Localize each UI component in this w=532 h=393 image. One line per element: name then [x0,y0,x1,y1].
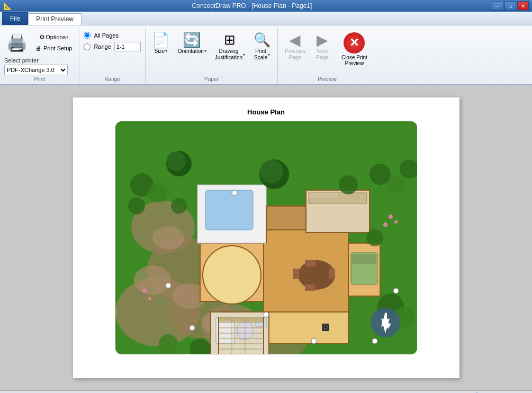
ribbon: 🖨️ ⚙ Options ▾ 🖨 Print Setup [0,25,532,85]
maximize-button[interactable]: □ [504,1,516,11]
previous-page-label: PreviousPage [285,48,305,61]
svg-point-73 [311,338,317,344]
ribbon-group-print: 🖨️ ⚙ Options ▾ 🖨 Print Setup [0,28,79,84]
svg-point-8 [134,265,171,295]
svg-point-74 [372,338,377,344]
svg-rect-17 [205,190,253,230]
svg-point-82 [324,326,327,328]
page-title: House Plan [247,108,285,116]
range-radio[interactable] [84,43,91,50]
svg-rect-26 [329,269,335,279]
print-icon-area: 🖨️ ⚙ Options ▾ 🖨 Print Setup [4,30,75,55]
orientation-button[interactable]: 🔄 Orientation ▾ [175,30,209,56]
paper-group-content: 📄 Size ▾ 🔄 Orientation ▾ ⊞ DrawingJustif… [150,30,273,75]
close-button[interactable]: ✕ [517,1,529,11]
print-setup-icon: 🖨 [35,45,41,51]
orientation-label-row: Orientation ▾ [178,48,206,54]
print-scale-dropdown-arrow: ▾ [268,52,270,57]
print-setup-label: Print Setup [43,45,72,51]
all-pages-label: All Pages [94,32,118,39]
close-print-preview-label: Close PrintPreview [341,55,367,66]
close-print-preview-button[interactable]: ✕ Close PrintPreview [337,30,372,69]
print-setup-button[interactable]: 🖨 Print Setup [33,43,75,53]
status-bar: Mouse: [ 0.39, -6.9e-002 ] ✋ ⊡ ⊞ − + 64% [0,390,532,393]
range-group-label: Range [84,76,140,82]
main-area: House Plan [0,85,532,390]
close-print-preview-icon: ✕ [344,32,365,53]
options-dropdown-arrow: ▾ [66,35,68,40]
orientation-label: Orientation [178,48,204,54]
svg-point-68 [167,151,186,171]
svg-rect-33 [309,193,338,198]
svg-rect-25 [293,269,299,279]
print-group-label: Print [4,76,75,82]
size-label: Size [155,48,165,54]
previous-page-icon: ◀ [286,31,303,48]
tab-file[interactable]: File [2,12,28,25]
paper-group-label: Paper [150,76,273,82]
svg-point-72 [190,325,195,331]
svg-point-75 [393,288,399,293]
svg-point-7 [152,226,184,249]
svg-point-55 [339,175,358,194]
print-large-icon[interactable]: 🖨️ [4,30,30,55]
drawing-justification-icon: ⊞ [221,31,238,48]
options-button[interactable]: ⚙ Options ▾ [38,32,70,42]
north-arrow [371,308,400,337]
title-bar-text: ConceptDraw PRO - [House Plan - Page1] [12,2,492,10]
page-preview: House Plan [73,97,459,378]
orientation-icon: 🔄 [184,31,201,48]
title-bar-controls: ─ □ ✕ [492,1,529,11]
range-input[interactable] [114,42,141,51]
drawing-justification-button[interactable]: ⊞ DrawingJustification ▾ [212,30,248,62]
print-scale-label: PrintScale [254,48,267,61]
svg-point-69 [232,190,237,195]
size-button[interactable]: 📄 Size ▾ [150,30,172,56]
svg-point-48 [148,183,167,202]
svg-point-60 [389,215,393,219]
print-section: 🖨️ ⚙ Options ▾ 🖨 Print Setup [4,30,75,75]
drawing-justification-label-row: DrawingJustification ▾ [215,48,245,61]
svg-point-51 [387,176,404,193]
svg-rect-20 [266,206,306,230]
drawing-justification-label: DrawingJustification [215,48,242,61]
svg-point-61 [394,220,398,224]
svg-point-58 [366,229,383,246]
range-section: All Pages Range [84,30,140,51]
ribbon-group-preview: ◀ PreviousPage ▶ NextPage ✕ Close PrintP… [278,28,376,84]
svg-point-59 [171,198,187,214]
options-wrap: ⚙ Options ▾ [33,32,75,42]
preview-group-label: Preview [282,76,372,82]
svg-rect-14 [269,312,348,344]
print-small-btns: ⚙ Options ▾ 🖨 Print Setup [33,32,75,53]
orientation-dropdown-arrow: ▾ [204,49,206,53]
all-pages-radio[interactable] [84,32,91,39]
all-pages-row: All Pages [84,32,140,39]
previous-page-button[interactable]: ◀ PreviousPage [282,30,308,62]
diagram-area [115,121,417,354]
next-page-icon: ▶ [314,31,331,48]
printer-selector-row: PDF-XChange 3.0 [4,65,68,75]
options-icon: ⚙ [39,33,45,41]
range-label: Range [94,43,111,50]
ribbon-group-range: All Pages Range Range [79,28,145,84]
ribbon-group-paper: 📄 Size ▾ 🔄 Orientation ▾ ⊞ DrawingJustif… [146,28,278,84]
print-group-content: 🖨️ ⚙ Options ▾ 🖨 Print Setup [4,30,75,75]
svg-point-62 [383,222,387,227]
preview-group-content: ◀ PreviousPage ▶ NextPage ✕ Close PrintP… [282,30,372,75]
svg-rect-36 [219,317,264,321]
svg-point-70 [264,312,269,317]
svg-rect-24 [305,284,315,291]
drawing-justification-dropdown-arrow: ▾ [243,52,245,57]
minimize-button[interactable]: ─ [492,1,503,11]
print-scale-icon: 🔍 [254,31,270,48]
select-printer-label: Select printer [4,57,68,64]
tab-print-preview[interactable]: Print Preview [28,13,82,25]
svg-point-63 [142,289,147,293]
printer-dropdown[interactable]: PDF-XChange 3.0 [4,65,68,75]
print-scale-button[interactable]: 🔍 PrintScale ▾ [251,30,273,62]
next-page-button[interactable]: ▶ NextPage [311,30,333,62]
house-plan-svg [115,121,417,354]
title-bar: 📐 ConceptDraw PRO - [House Plan - Page1]… [0,0,532,12]
ribbon-tabs: File Print Preview [0,12,532,25]
